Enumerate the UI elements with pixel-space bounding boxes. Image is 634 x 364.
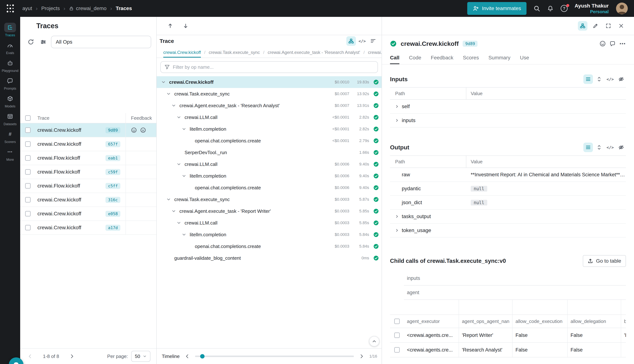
trace-column-header[interactable]: Trace bbox=[36, 115, 126, 121]
sidebar-item-traces[interactable]: Traces bbox=[1, 23, 19, 37]
trace-tree-row[interactable]: openai.chat.completions.create <$0.0001 … bbox=[157, 135, 382, 147]
comment-icon[interactable] bbox=[609, 40, 616, 47]
trace-tree-row[interactable]: crewai.Agent.execute_task - 'Report Writ… bbox=[157, 205, 382, 217]
search-icon[interactable] bbox=[533, 5, 540, 12]
caret-down-icon[interactable] bbox=[181, 232, 187, 237]
kv-row[interactable]: pydantic null bbox=[390, 182, 626, 196]
trace-list-row[interactable]: crewai.Flow.kickoff eab1 bbox=[20, 151, 156, 165]
trace-tree-row[interactable]: litellm.completion <$0.0001 2.82s bbox=[157, 123, 382, 135]
child-table-row[interactable]: <crewai.agents.cre...'Report Writer'Fals… bbox=[390, 328, 626, 343]
list-view-icon[interactable] bbox=[583, 142, 593, 152]
notifications-bell-icon[interactable] bbox=[547, 5, 554, 12]
op-name-filter-input[interactable] bbox=[160, 61, 378, 73]
overflow-menu-icon[interactable]: ⋯ bbox=[619, 40, 626, 47]
tree-view-icon[interactable] bbox=[346, 36, 356, 46]
tab-scores[interactable]: Scores bbox=[463, 52, 479, 64]
row-checkbox[interactable] bbox=[394, 332, 400, 338]
trace-tree-row[interactable]: crewai.LLM.call <$0.0001 2.82s bbox=[157, 112, 382, 123]
invite-teammates-button[interactable]: Invite teammates bbox=[467, 2, 526, 15]
close-icon[interactable] bbox=[616, 21, 626, 30]
wandb-logo[interactable] bbox=[6, 4, 15, 13]
code-view-icon[interactable]: </> bbox=[357, 36, 367, 46]
timeline-prev-icon[interactable] bbox=[183, 352, 191, 360]
chevron-right-icon[interactable] bbox=[395, 118, 399, 122]
kv-row[interactable]: inputs bbox=[390, 114, 626, 128]
prev-page-icon[interactable] bbox=[26, 352, 34, 360]
trace-list-row[interactable]: crewai.Crew.kickoff a17d bbox=[20, 221, 156, 235]
list-view-icon[interactable] bbox=[583, 74, 593, 84]
expand-rows-icon[interactable] bbox=[594, 74, 604, 84]
sidebar-item-models[interactable]: Models bbox=[1, 94, 19, 108]
sidebar-item-playground[interactable]: Playground bbox=[1, 58, 19, 73]
child-column-header[interactable]: allow_delegation bbox=[568, 315, 621, 328]
call-path-tab[interactable]: crewai.Crew.kickoff bbox=[163, 50, 201, 58]
trace-op-name[interactable]: crewai.Crew.kickoff bbox=[38, 225, 81, 230]
caret-down-icon[interactable] bbox=[181, 127, 187, 132]
fullscreen-icon[interactable] bbox=[603, 21, 613, 30]
next-call-arrow-icon[interactable] bbox=[181, 21, 190, 30]
refresh-button[interactable] bbox=[26, 37, 36, 47]
feedback-smiley-icon[interactable] bbox=[131, 127, 137, 133]
trace-op-name[interactable]: crewai.Crew.kickoff bbox=[38, 141, 81, 147]
trace-tree-row[interactable]: litellm.completion $0.0003 5.84s bbox=[157, 229, 382, 240]
code-format-icon[interactable]: </> bbox=[605, 74, 615, 84]
feedback-column-header[interactable]: Feedback bbox=[126, 113, 156, 123]
code-format-icon[interactable]: </> bbox=[605, 142, 615, 152]
caret-down-icon[interactable] bbox=[176, 115, 182, 120]
flame-graph-icon[interactable] bbox=[368, 36, 378, 46]
scroll-up-button[interactable] bbox=[369, 336, 379, 346]
call-id-badge[interactable]: 9d89 bbox=[463, 41, 478, 47]
trace-tree-row[interactable]: crewai.Crew.kickoff $0.0010 19.83s bbox=[157, 76, 382, 88]
child-column-header[interactable]: b bbox=[621, 315, 626, 328]
trace-list-row[interactable]: crewai.Flow.kickoff c5ff bbox=[20, 179, 156, 193]
trace-list-row[interactable]: crewai.Crew.kickoff e058 bbox=[20, 207, 156, 221]
next-page-icon[interactable] bbox=[68, 352, 76, 360]
add-feedback-smiley-icon[interactable] bbox=[599, 40, 606, 47]
row-checkbox[interactable] bbox=[25, 155, 31, 161]
row-checkbox[interactable] bbox=[394, 318, 400, 324]
call-path-tab[interactable]: crewai.LLM.cal bbox=[368, 50, 382, 58]
column-settings-icon[interactable] bbox=[39, 37, 48, 47]
chevron-right-icon[interactable] bbox=[395, 228, 399, 232]
child-column-header[interactable]: agent_ops_agent_nan bbox=[459, 315, 513, 328]
tab-summary[interactable]: Summary bbox=[488, 52, 510, 64]
breadcrumb-projects[interactable]: Projects bbox=[41, 6, 60, 11]
trace-tree-row[interactable]: litellm.completion $0.0006 9.40s bbox=[157, 170, 382, 182]
row-checkbox[interactable] bbox=[25, 141, 31, 147]
call-path-tab[interactable]: crewai.Task.execute_sync bbox=[209, 50, 260, 58]
trace-list-row[interactable]: crewai.Crew.kickoff 9d89 bbox=[20, 123, 156, 137]
trace-op-name[interactable]: crewai.Flow.kickoff bbox=[38, 169, 80, 175]
row-checkbox[interactable] bbox=[25, 128, 31, 133]
hide-values-eye-icon[interactable] bbox=[616, 142, 626, 152]
per-page-select[interactable]: 50 bbox=[131, 351, 150, 362]
tab-call[interactable]: Call bbox=[390, 52, 399, 64]
trace-tree-row[interactable]: openai.chat.completions.create $0.0003 5… bbox=[157, 240, 382, 252]
caret-down-icon[interactable] bbox=[171, 103, 177, 108]
expand-rows-icon[interactable] bbox=[594, 142, 604, 152]
breadcrumb-project[interactable]: crewai_demo bbox=[69, 6, 107, 11]
caret-down-icon[interactable] bbox=[171, 209, 177, 214]
caret-down-icon[interactable] bbox=[165, 92, 172, 96]
trace-tree-row[interactable]: guardrail-validate_blog_content 0ms bbox=[157, 252, 382, 264]
select-all-checkbox[interactable] bbox=[25, 115, 31, 121]
trace-op-name[interactable]: crewai.Crew.kickoff bbox=[38, 211, 81, 217]
breadcrumb-org[interactable]: ayut bbox=[22, 6, 32, 11]
trace-list-row[interactable]: crewai.Crew.kickoff 316c bbox=[20, 193, 156, 207]
kv-row[interactable]: token_usage bbox=[390, 224, 626, 238]
row-checkbox[interactable] bbox=[25, 225, 31, 230]
timeline-slider[interactable] bbox=[195, 356, 354, 357]
row-checkbox[interactable] bbox=[25, 169, 31, 175]
ops-filter-select[interactable]: All Ops bbox=[51, 36, 151, 48]
sidebar-item-prompts[interactable]: Prompts bbox=[1, 76, 19, 90]
caret-down-icon[interactable] bbox=[160, 80, 167, 84]
trace-tree-row[interactable]: crewai.LLM.call $0.0003 5.85s bbox=[157, 217, 382, 229]
timeline-slider-handle[interactable] bbox=[200, 354, 205, 358]
row-checkbox[interactable] bbox=[394, 347, 400, 353]
user-menu[interactable]: Ayush Thakur Personal bbox=[574, 2, 609, 14]
row-checkbox[interactable] bbox=[25, 211, 31, 216]
kv-row[interactable]: raw **Investment Report: AI in Chemical … bbox=[390, 168, 626, 182]
caret-down-icon[interactable] bbox=[176, 162, 182, 166]
kv-row[interactable]: tasks_output bbox=[390, 210, 626, 224]
hide-values-eye-icon[interactable] bbox=[616, 74, 626, 84]
sidebar-item-datasets[interactable]: Datasets bbox=[1, 112, 19, 126]
